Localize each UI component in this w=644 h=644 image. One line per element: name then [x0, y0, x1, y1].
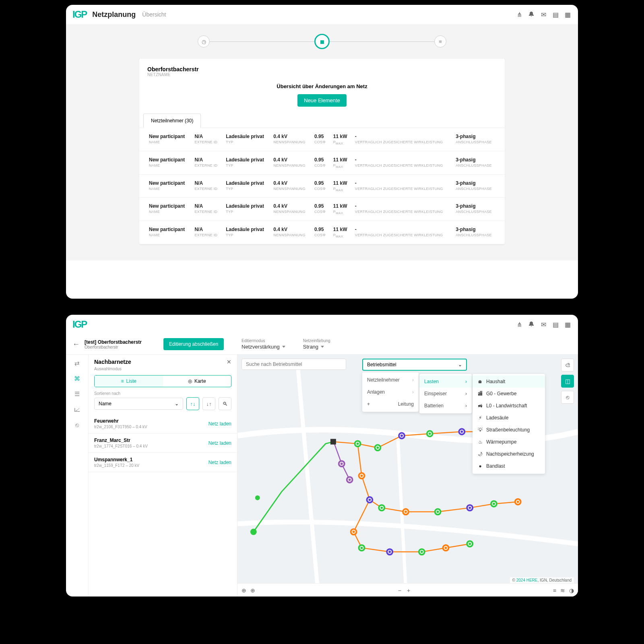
load-net-link[interactable]: Netz laden [208, 438, 231, 448]
edit-mode-select[interactable]: Netzverstärkung [242, 344, 285, 350]
table-row[interactable]: New participantNAMEN/AEXTERNE IDLadesäul… [139, 128, 505, 151]
svg-point-36 [361, 547, 363, 549]
svg-point-1 [250, 528, 257, 535]
side-panel: Nachbarnetze ✕ Auswahlmodus ≡Liste ◎Kart… [89, 355, 237, 597]
new-elements-button[interactable]: Neue Elemente [297, 94, 347, 107]
close-panel-button[interactable]: ✕ [227, 359, 231, 365]
menu-item[interactable]: 🚜︎L0 - Landwirtschaft [473, 400, 545, 412]
finish-editing-button[interactable]: Editierung abschließen [163, 338, 224, 350]
doc-icon[interactable]: ▤ [551, 10, 559, 19]
menu-item[interactable]: Einspeiser› [419, 388, 472, 400]
step-2-active[interactable]: ◼ [314, 34, 330, 49]
grid-icon[interactable]: ▦ [564, 10, 572, 19]
equipment-dropdown[interactable]: Betriebsmittel⌄ [362, 359, 467, 371]
search-button[interactable]: 🔍︎ [219, 397, 231, 410]
svg-point-46 [341, 462, 343, 465]
menu-item[interactable]: 🌙︎Nachtspeicherheizung [473, 448, 545, 460]
zoom-in-button[interactable]: + [405, 587, 413, 594]
grid-icon[interactable]: ▦ [564, 320, 572, 328]
seg-list[interactable]: ≡Liste [95, 376, 163, 387]
svg-point-10 [429, 433, 431, 435]
link-icon[interactable]: ⋔ [515, 10, 523, 19]
svg-point-28 [469, 507, 471, 509]
target-icon[interactable]: ⊕ [250, 587, 255, 594]
here-link[interactable]: 2024 HERE [516, 578, 538, 582]
nav-settings-icon[interactable]: ☰ [72, 389, 82, 399]
globe-icon[interactable]: ⊕ [242, 587, 246, 594]
menu-item[interactable]: ♨︎Wärmepumpe [473, 436, 545, 448]
changes-title: Übersicht über Änderungen am Netz [139, 83, 505, 89]
layers-button[interactable]: ◫ [561, 375, 574, 388]
step-1[interactable]: ◷ [198, 35, 210, 47]
list-toggle-icon[interactable]: ≡ [553, 587, 556, 594]
menu-item[interactable]: ⚡︎Ladesäule [473, 412, 545, 424]
sort-asc-button[interactable]: ↑↓ [186, 397, 199, 410]
svg-point-30 [493, 503, 495, 505]
svg-point-4 [357, 442, 359, 445]
svg-point-26 [437, 511, 439, 513]
back-button[interactable]: ← [72, 340, 80, 349]
table-row[interactable]: New participantNAMEN/AEXTERNE IDLadesäul… [139, 221, 505, 244]
breadcrumb[interactable]: Übersicht [142, 11, 166, 18]
zoom-out-button[interactable]: − [396, 587, 404, 594]
sort-desc-button[interactable]: ↓↑ [202, 397, 215, 410]
svg-point-38 [388, 551, 391, 553]
bell-icon[interactable]: 🔔︎ [527, 320, 535, 328]
menu-item[interactable]: Netzteilnehmer› [362, 374, 419, 386]
pin-icon: ◎ [188, 378, 192, 384]
table-row[interactable]: New participantNAMEN/AEXTERNE IDLadesäul… [139, 198, 505, 221]
map-canvas[interactable]: Betriebsmittel⌄ Netzteilnehmer›Anlagen›+… [237, 355, 578, 597]
load-net-link[interactable]: Netz laden [208, 457, 231, 468]
mail-icon[interactable]: ✉ [539, 320, 547, 328]
list-item: Feuerwehrtr2w_2106_F31T950 – 0.4 kVNetz … [89, 414, 237, 433]
card: Oberforstbacherstr NETZNAME Übersicht üb… [139, 59, 505, 244]
load-net-link[interactable]: Netz laden [208, 418, 231, 429]
svg-point-48 [349, 479, 351, 481]
edit-mode-label: Editiermodus [242, 339, 285, 343]
menu-level-2: Lasten›Einspeiser›Batterien› [419, 374, 472, 413]
menu-level-3: 🏠︎Haushalt🏬︎G0 - Gewerbe🚜︎L0 - Landwirts… [473, 374, 545, 474]
bell-icon[interactable]: 🔔︎ [527, 10, 535, 19]
menu-item[interactable]: 🏬︎G0 - Gewerbe [473, 388, 545, 400]
menu-item[interactable]: ●Bandlast [473, 460, 545, 472]
menu-item[interactable]: Lasten› [419, 376, 472, 388]
context-title: [test] Oberforstbacherstr [85, 339, 142, 345]
link-icon[interactable]: ⋔ [515, 320, 523, 328]
settings-icon[interactable]: ◑ [569, 587, 574, 594]
nav-network-icon[interactable]: ⌘ [72, 374, 82, 384]
layers-icon[interactable]: ≋ [560, 587, 565, 594]
step-3[interactable]: ≡ [434, 35, 446, 47]
seg-map[interactable]: ◎Karte [163, 376, 231, 387]
menu-item[interactable]: Batterien› [419, 400, 472, 412]
table-row[interactable]: New participantNAMEN/AEXTERNE IDLadesäul… [139, 151, 505, 174]
tab-participants[interactable]: Netzteilnehmer (30) [143, 114, 201, 128]
nav-tree-icon[interactable]: ⎋ [72, 420, 82, 429]
table-row[interactable]: New participantNAMEN/AEXTERNE IDLadesäul… [139, 174, 505, 198]
menu-item[interactable]: + Leitung [362, 398, 419, 410]
net-color-label: Netzeinfärbung [303, 339, 330, 343]
palette-button[interactable]: 🎨︎ [561, 359, 574, 372]
nav-chart-icon[interactable]: 📈︎ [72, 405, 82, 414]
sort-select[interactable]: Name⌄ [94, 398, 183, 410]
doc-icon[interactable]: ▤ [551, 320, 559, 328]
segmented-control: ≡Liste ◎Karte [94, 375, 231, 387]
menu-item[interactable]: Anlagen› [362, 386, 419, 398]
nav-swap-icon[interactable]: ⇄ [72, 359, 82, 368]
brand-logo: IGP [72, 319, 87, 330]
participants-table: New participantNAMEN/AEXTERNE IDLadesäul… [139, 128, 505, 244]
topbar: IGP ⋔ 🔔︎ ✉ ▤ ▦ [66, 315, 578, 334]
sidebar-nav: ⇄ ⌘ ☰ 📈︎ ⎋ [66, 355, 89, 597]
net-color-select[interactable]: Strang [303, 344, 324, 350]
net-name-label: NETZNAME [147, 72, 497, 77]
map-tool-buttons: 🎨︎ ◫ ⎋ [561, 359, 574, 404]
menu-item[interactable]: 🏠︎Haushalt [473, 376, 545, 388]
mail-icon[interactable]: ✉ [539, 10, 547, 19]
svg-point-12 [460, 431, 463, 433]
menu-item[interactable]: 💡︎Straßenbeleuchtung [473, 424, 545, 436]
topbar-icons: ⋔ 🔔︎ ✉ ▤ ▦ [515, 10, 572, 19]
svg-rect-49 [330, 439, 336, 444]
hierarchy-button[interactable]: ⎋ [561, 391, 574, 404]
map-footer: ⊕ ⊕ − + ≡ ≋ ◑ [237, 583, 578, 597]
main-area: ◷ ◼ ≡ Oberforstbacherstr NETZNAME Übersi… [66, 24, 578, 260]
map-search-input[interactable] [242, 359, 346, 370]
